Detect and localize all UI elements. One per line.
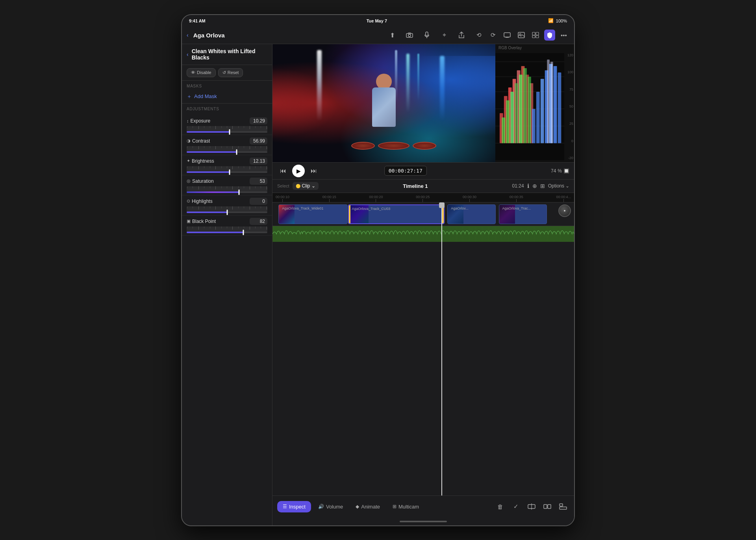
clip-label-1: AgaOrlova_Track_Wide01 [280,206,325,211]
track-clip-cu03[interactable]: AgaOrlova_Track_CU03 [348,204,445,224]
preset-name: Clean Whites with Lifted Blacks [192,48,267,61]
svg-rect-30 [515,83,518,143]
brightness-adjustment: ✦ Brightness 12.13 [182,155,272,175]
saturation-adjustment: ◎ Saturation 53 [182,175,272,195]
camera-icon[interactable] [404,30,415,41]
ruler-mark-20: 00:00:20 [369,195,383,202]
svg-rect-5 [504,33,510,37]
contrast-slider[interactable] [187,146,267,152]
tab-volume[interactable]: 🔊 Volume [313,501,348,512]
drum-kit [350,141,437,150]
play-button[interactable]: ▶ [292,165,305,177]
playhead-handle[interactable] [439,202,445,208]
tab-inspect[interactable]: ☰ Inspect [277,501,311,512]
ruler-mark-35: 00:00:35 [510,195,523,202]
tab-multicam[interactable]: ⊞ Multicam [387,501,424,512]
drum-1 [351,142,375,150]
highlights-slider[interactable] [187,206,267,212]
status-date: Tue May 7 [367,19,387,23]
delete-icon[interactable]: 🗑 [494,500,506,513]
svg-rect-11 [532,35,535,38]
back-button[interactable]: ‹ [187,32,189,38]
clip-handle-left[interactable] [349,205,350,223]
svg-rect-35 [536,91,540,143]
contrast-icon: ◑ [187,138,191,143]
exposure-slider[interactable] [187,126,267,132]
black-point-adjustment: ▣ Black Point 82 [182,215,272,236]
skip-back-button[interactable]: ⏮ [277,165,289,177]
ruler-mark-25: 00:00:25 [416,195,430,202]
rgb-tick-75: 75 [569,87,573,91]
monitor-icon[interactable] [502,30,513,41]
black-point-value[interactable]: 82 [250,218,267,225]
project-title: Aga Orlova [193,32,225,39]
brightness-value[interactable]: 12.13 [250,158,267,165]
rgb-tick-25: 25 [569,122,573,126]
add-mask-button[interactable]: ＋ Add Mask [182,90,272,104]
disable-button[interactable]: 👁 Disable [187,68,216,77]
battery-text: 100% [556,19,567,23]
volume-knob[interactable] [558,204,571,217]
video-track: AgaOrlova_Track_Wide01 AgaOrlova_Track_C… [272,202,574,226]
track-clip-wide01[interactable]: AgaOrlova_Track_Wide01 [278,204,348,224]
options-chevron-icon: ⌄ [565,183,569,189]
shield-icon[interactable] [544,30,555,41]
zoom-icon: 🔲 [563,168,569,174]
waveform-svg [272,226,574,242]
action-buttons: 👁 Disable ↺ Reset [182,65,272,81]
svg-rect-48 [560,507,567,509]
drummer-figure [360,72,408,135]
rgb-tick-100: 100 [567,70,573,74]
trim-icon[interactable] [525,500,538,513]
saturation-value[interactable]: 53 [250,178,267,185]
svg-point-8 [519,33,521,35]
brightness-slider[interactable] [187,166,267,172]
svg-rect-9 [532,32,535,35]
location-icon[interactable]: ⌖ [439,30,450,41]
black-point-icon: ▣ [187,219,191,224]
timeline-duration: 01:24 [512,183,524,189]
layers-icon[interactable] [530,30,541,41]
svg-rect-29 [510,91,514,143]
track-clip-3[interactable]: AgaOrlov... [447,204,496,224]
main-content: ‹ Clean Whites with Lifted Blacks 👁 Disa… [182,44,574,525]
panel-back-icon[interactable]: ‹ [187,51,189,58]
highlights-value[interactable]: 0 [250,198,267,205]
export-icon[interactable]: ⬆ [387,30,398,41]
mic-icon[interactable] [421,30,432,41]
detach-icon[interactable] [557,500,569,513]
top-toolbar: ‹ Aga Orlova ⬆ ⌖ [182,27,574,44]
clip-color-icon: 🟡 [296,184,300,188]
drum-2 [378,142,410,150]
rgb-tick-neg20: -20 [568,156,573,160]
redo-icon[interactable]: ⟳ [487,30,498,41]
share-icon[interactable] [456,30,467,41]
reset-button[interactable]: ↺ Reset [218,68,243,77]
check-icon[interactable]: ✓ [510,500,522,513]
clip-selector[interactable]: 🟡 Clip ⌄ [293,182,319,190]
grid-icon[interactable]: ⊞ [540,183,545,189]
saturation-icon: ◎ [187,178,191,184]
playhead[interactable] [441,202,442,495]
split-icon[interactable] [541,500,554,513]
contrast-value[interactable]: 56.99 [250,137,267,145]
contrast-adjustment: ◑ Contrast 56.99 [182,135,272,155]
play-controls: ⏮ ▶ ⏭ [277,165,320,177]
undo-icon[interactable]: ⟲ [473,30,484,41]
track-clip-4[interactable]: AgaOrlova_Trac... [499,204,547,224]
saturation-slider[interactable] [187,186,267,192]
exposure-icon: ↕ [187,119,189,123]
bottom-right-tools: 🗑 ✓ [494,500,569,513]
exposure-value[interactable]: 10.29 [250,117,267,124]
options-button[interactable]: Options ⌄ [548,183,569,189]
magnetic-icon[interactable]: ⊕ [532,183,537,189]
skip-forward-button[interactable]: ⏭ [308,165,320,177]
ruler-mark-40: 00:00:4... [556,195,571,202]
more-icon[interactable]: ••• [558,30,569,41]
photo-icon[interactable] [516,30,527,41]
tab-animate[interactable]: ◆ Animate [350,501,385,512]
reset-icon: ↺ [222,70,226,75]
svg-rect-27 [502,117,505,143]
black-point-slider[interactable] [187,226,267,232]
timeline-info-icon[interactable]: ℹ [527,183,529,189]
